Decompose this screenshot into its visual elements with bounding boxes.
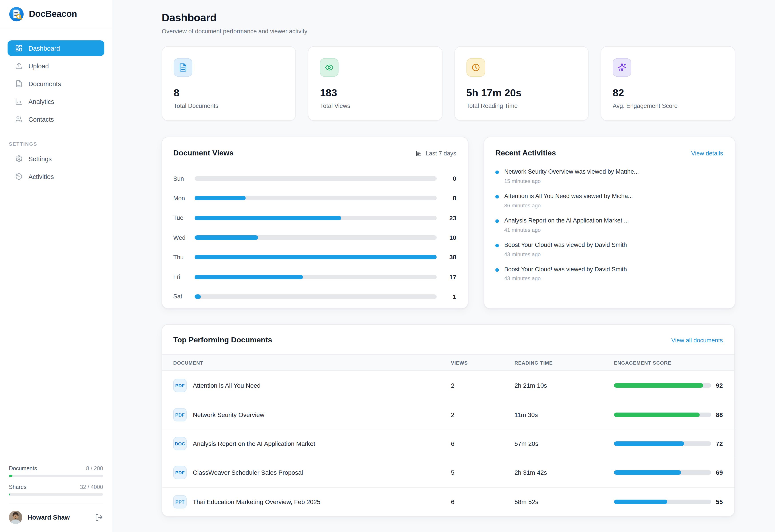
column-header-views: VIEWS bbox=[451, 360, 515, 365]
score-bar-track bbox=[614, 470, 711, 475]
bar-fill bbox=[194, 275, 303, 279]
panel-title: Recent Activities bbox=[495, 149, 556, 158]
value-label: 10 bbox=[437, 234, 456, 241]
value-label: 0 bbox=[437, 175, 456, 182]
stat-label: Total Views bbox=[320, 103, 431, 109]
activity-item: Boost Your Cloud! was viewed by David Sm… bbox=[495, 266, 723, 282]
app-name: DocBeacon bbox=[29, 9, 77, 19]
score-bar-fill bbox=[614, 500, 668, 504]
document-name: Analysis Report on the AI Application Ma… bbox=[193, 440, 315, 447]
score-value: 69 bbox=[711, 469, 723, 476]
settings-section-heading: SETTINGS bbox=[0, 141, 112, 147]
chart-range-label: Last 7 days bbox=[416, 150, 456, 157]
document-name: Network Seurity Overview bbox=[193, 411, 264, 418]
quota-label: Documents bbox=[9, 465, 37, 472]
value-label: 17 bbox=[437, 273, 456, 280]
value-label: 1 bbox=[437, 293, 456, 300]
view-all-documents-link[interactable]: View all documents bbox=[671, 337, 723, 343]
page-title: Dashboard bbox=[162, 12, 735, 24]
sparkles-icon bbox=[618, 63, 626, 72]
table-row[interactable]: PPT Thai Education Marketing Overview, F… bbox=[162, 487, 734, 516]
docbeacon-logo-icon bbox=[9, 6, 24, 22]
sidebar-item-dashboard[interactable]: Dashboard bbox=[8, 40, 104, 56]
bar-track bbox=[194, 235, 437, 240]
users-icon bbox=[15, 115, 23, 123]
usage-quotas: Documents 8 / 200 Shares 32 / 4000 bbox=[0, 465, 112, 503]
activity-text: Boost Your Cloud! was viewed by David Sm… bbox=[504, 266, 627, 273]
file-type-badge: PPT bbox=[173, 495, 187, 508]
primary-nav: Dashboard Upload Documents Analytics Con… bbox=[0, 28, 112, 127]
chart-row-mon: Mon 8 bbox=[173, 189, 456, 208]
category-label: Mon bbox=[173, 195, 194, 202]
table-row[interactable]: PDF Network Seurity Overview 2 11m 30s 8… bbox=[162, 400, 734, 429]
bar-chart: Sun 0 Mon 8 Tue 23 Wed bbox=[173, 169, 456, 306]
stat-card-total-reading-time: 5h 17m 20s Total Reading Time bbox=[455, 46, 589, 121]
bar-fill bbox=[194, 196, 245, 200]
file-type-badge: PDF bbox=[173, 408, 187, 421]
app-logo: DocBeacon bbox=[0, 0, 112, 28]
main-content: Dashboard Overview of document performan… bbox=[112, 0, 775, 532]
sidebar-item-settings[interactable]: Settings bbox=[8, 151, 104, 167]
quota-progress-fill bbox=[9, 493, 10, 496]
eye-icon bbox=[325, 63, 334, 72]
bar-track bbox=[194, 275, 437, 279]
table-row[interactable]: PDF ClassWeaver Scheduler Sales Proposal… bbox=[162, 458, 734, 487]
user-menu[interactable]: Howard Shaw bbox=[0, 504, 112, 532]
activity-text: Boost Your Cloud! was viewed by David Sm… bbox=[504, 241, 627, 249]
history-icon bbox=[15, 173, 23, 180]
score-bar-track bbox=[614, 441, 711, 446]
chart-row-sun: Sun 0 bbox=[173, 169, 456, 189]
stat-value: 8 bbox=[174, 87, 284, 99]
bar-track bbox=[194, 255, 437, 260]
chart-row-fri: Fri 17 bbox=[173, 267, 456, 287]
file-type-badge: PDF bbox=[173, 466, 187, 479]
reading-time-value: 58m 52s bbox=[515, 498, 614, 505]
file-text-icon bbox=[179, 63, 187, 72]
sidebar-item-documents[interactable]: Documents bbox=[8, 76, 104, 91]
stat-label: Total Documents bbox=[174, 103, 284, 109]
quota-value: 8 / 200 bbox=[86, 465, 103, 472]
category-label: Fri bbox=[173, 274, 194, 280]
document-name: ClassWeaver Scheduler Sales Proposal bbox=[193, 469, 303, 476]
sidebar-item-label: Contacts bbox=[28, 116, 54, 123]
clock-icon bbox=[471, 63, 480, 72]
value-label: 8 bbox=[437, 195, 456, 202]
category-label: Wed bbox=[173, 234, 194, 241]
stat-card-total-views: 183 Total Views bbox=[308, 46, 443, 121]
sidebar-item-label: Upload bbox=[28, 62, 49, 69]
activity-item: Boost Your Cloud! was viewed by David Sm… bbox=[495, 241, 723, 257]
value-label: 23 bbox=[437, 214, 456, 221]
reading-time-value: 11m 30s bbox=[515, 411, 614, 418]
chart-row-thu: Thu 38 bbox=[173, 247, 456, 267]
table-row[interactable]: DOC Analysis Report on the AI Applicatio… bbox=[162, 429, 734, 458]
documents-quota: Documents 8 / 200 bbox=[9, 465, 103, 477]
sidebar-item-label: Documents bbox=[28, 80, 61, 87]
sidebar-item-contacts[interactable]: Contacts bbox=[8, 111, 104, 127]
bar-fill bbox=[194, 294, 201, 299]
layout-dashboard-icon bbox=[15, 44, 23, 52]
log-out-icon[interactable] bbox=[95, 513, 103, 521]
score-value: 72 bbox=[711, 440, 723, 447]
avatar bbox=[9, 511, 22, 524]
score-bar-fill bbox=[614, 412, 700, 417]
reading-time-value: 2h 21m 10s bbox=[515, 382, 614, 389]
activity-timestamp: 36 minutes ago bbox=[504, 202, 633, 209]
activity-timestamp: 41 minutes ago bbox=[504, 227, 629, 233]
score-bar-fill bbox=[614, 441, 684, 446]
activity-text: Analysis Report on the AI Application Ma… bbox=[504, 217, 629, 225]
user-name: Howard Shaw bbox=[28, 514, 90, 521]
table-header-row: DOCUMENT VIEWS READING TIME ENGAGEMENT S… bbox=[162, 354, 734, 371]
sidebar-item-analytics[interactable]: Analytics bbox=[8, 94, 104, 109]
bullet-dot-icon bbox=[495, 268, 499, 272]
sidebar-item-upload[interactable]: Upload bbox=[8, 58, 104, 74]
document-name: Thai Education Marketing Overview, Feb 2… bbox=[193, 498, 320, 505]
table-row[interactable]: PDF Attention is All You Need 2 2h 21m 1… bbox=[162, 371, 734, 400]
view-details-link[interactable]: View details bbox=[691, 150, 723, 157]
panel-title: Top Performing Documents bbox=[173, 336, 272, 345]
score-value: 55 bbox=[711, 498, 723, 505]
sidebar-item-activities[interactable]: Activities bbox=[8, 169, 104, 184]
quota-value: 32 / 4000 bbox=[80, 484, 103, 490]
sidebar-item-label: Settings bbox=[28, 155, 52, 162]
column-header-engagement-score: ENGAGEMENT SCORE bbox=[614, 360, 723, 365]
value-label: 38 bbox=[437, 254, 456, 261]
